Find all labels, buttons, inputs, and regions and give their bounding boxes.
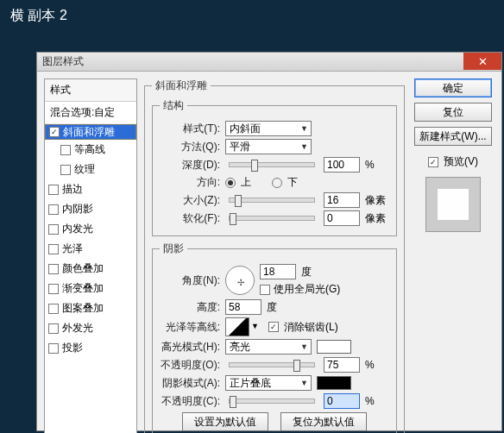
- chevron-down-icon: ▼: [300, 342, 308, 351]
- soften-label: 软化(F):: [160, 211, 220, 226]
- style-checkbox[interactable]: ✓: [49, 127, 60, 137]
- technique-select[interactable]: 平滑▼: [225, 139, 312, 154]
- angle-dial[interactable]: ✢: [225, 266, 255, 295]
- cancel-button[interactable]: 复位: [414, 103, 492, 122]
- style-item-label: 等高线: [74, 142, 105, 157]
- style-item-6[interactable]: 光泽: [45, 239, 136, 259]
- highlight-mode-select[interactable]: 亮光▼: [225, 339, 312, 355]
- style-item-11[interactable]: 投影: [45, 338, 136, 358]
- style-checkbox[interactable]: [48, 185, 59, 195]
- antialias-label: 消除锯齿(L): [284, 320, 338, 335]
- preview-swatch: [425, 177, 481, 232]
- shadow-opacity-input[interactable]: 0: [324, 393, 360, 409]
- shadow-mode-select[interactable]: 正片叠底▼: [225, 375, 312, 391]
- ok-button[interactable]: 确定: [414, 78, 492, 97]
- style-item-label: 颜色叠加: [62, 261, 104, 276]
- depth-slider[interactable]: [229, 162, 315, 167]
- shadow-opacity-label: 不透明度(C):: [160, 394, 220, 409]
- blend-options[interactable]: 混合选项:自定: [45, 102, 136, 124]
- structure-legend: 结构: [160, 98, 187, 113]
- close-button[interactable]: ✕: [463, 53, 501, 70]
- highlight-opacity-label: 不透明度(O):: [160, 358, 220, 373]
- global-light-label: 使用全局光(G): [274, 282, 340, 297]
- altitude-label: 高度:: [160, 300, 220, 315]
- soften-input[interactable]: 0: [324, 210, 360, 226]
- shadow-opacity-slider[interactable]: [229, 398, 315, 404]
- highlight-mode-label: 高光模式(H):: [160, 340, 220, 355]
- highlight-opacity-input[interactable]: 75: [324, 357, 360, 373]
- technique-label: 方法(Q):: [160, 140, 220, 154]
- style-item-2[interactable]: 纹理: [45, 160, 136, 179]
- style-checkbox[interactable]: [48, 204, 59, 215]
- center-panel: 斜面和浮雕 结构 样式(T): 内斜面▼ 方法(Q): 平滑▼ 深度(D): 1…: [144, 78, 405, 433]
- altitude-unit: 度: [267, 300, 277, 315]
- size-input[interactable]: 16: [324, 192, 360, 208]
- altitude-input[interactable]: 58: [225, 299, 261, 315]
- gloss-contour-label: 光泽等高线:: [160, 320, 220, 335]
- depth-input[interactable]: 100: [324, 157, 360, 173]
- style-item-7[interactable]: 颜色叠加: [45, 259, 136, 279]
- size-label: 大小(Z):: [160, 193, 220, 208]
- style-item-5[interactable]: 内发光: [45, 219, 136, 239]
- style-checkbox[interactable]: [48, 284, 59, 294]
- radio-up[interactable]: [225, 178, 236, 188]
- style-item-9[interactable]: 图案叠加: [45, 298, 136, 318]
- chevron-down-icon: ▼: [300, 142, 308, 151]
- soften-unit: 像素: [365, 211, 389, 226]
- shadow-mode-label: 阴影模式(A):: [160, 376, 220, 391]
- style-checkbox[interactable]: [48, 343, 59, 354]
- crosshair-icon: ✢: [237, 278, 244, 287]
- style-checkbox[interactable]: [48, 244, 59, 254]
- reset-default-button[interactable]: 复位为默认值: [280, 412, 367, 431]
- style-select[interactable]: 内斜面▼: [225, 121, 312, 136]
- shadow-color-swatch[interactable]: [317, 376, 351, 390]
- antialias-checkbox[interactable]: ✓: [268, 322, 279, 332]
- soften-slider[interactable]: [229, 216, 315, 221]
- style-checkbox[interactable]: [60, 165, 71, 175]
- highlight-color-swatch[interactable]: [317, 340, 351, 354]
- make-default-button[interactable]: 设置为默认值: [182, 412, 268, 431]
- angle-input[interactable]: 18: [260, 264, 296, 279]
- app-title: 横 副本 2: [0, 0, 504, 32]
- gloss-contour-picker[interactable]: ▼: [225, 317, 249, 336]
- style-item-label: 纹理: [74, 162, 95, 177]
- style-item-0[interactable]: ✓斜面和浮雕: [45, 124, 136, 140]
- direction-label: 方向:: [160, 175, 220, 190]
- preview-checkbox[interactable]: ✓: [428, 157, 438, 167]
- bevel-legend: 斜面和浮雕: [152, 78, 211, 93]
- style-item-label: 渐变叠加: [62, 281, 104, 296]
- dir-down-label: 下: [287, 175, 298, 190]
- highlight-opacity-unit: %: [365, 359, 389, 371]
- style-checkbox[interactable]: [48, 264, 59, 274]
- style-checkbox[interactable]: [48, 224, 59, 235]
- depth-unit: %: [365, 159, 389, 171]
- style-checkbox[interactable]: [48, 304, 59, 314]
- style-item-label: 内发光: [62, 222, 93, 236]
- style-checkbox[interactable]: [60, 145, 71, 155]
- depth-label: 深度(D):: [160, 158, 220, 173]
- style-item-10[interactable]: 外发光: [45, 318, 136, 338]
- global-light-checkbox[interactable]: [260, 285, 270, 295]
- style-item-8[interactable]: 渐变叠加: [45, 279, 136, 298]
- shadow-opacity-unit: %: [365, 395, 389, 407]
- chevron-down-icon: ▼: [300, 124, 308, 133]
- titlebar: 图层样式 ✕: [37, 53, 501, 72]
- style-item-1[interactable]: 等高线: [45, 140, 136, 160]
- chevron-down-icon: ▼: [251, 322, 259, 330]
- radio-down[interactable]: [272, 178, 282, 188]
- style-item-label: 图案叠加: [62, 301, 104, 316]
- dir-up-label: 上: [241, 175, 251, 190]
- chevron-down-icon: ▼: [300, 379, 308, 387]
- angle-label: 角度(N):: [160, 273, 220, 288]
- new-style-button[interactable]: 新建样式(W)...: [414, 127, 492, 146]
- style-item-4[interactable]: 内阴影: [45, 199, 136, 219]
- styles-panel: 样式 混合选项:自定 ✓斜面和浮雕等高线纹理描边内阴影内发光光泽颜色叠加渐变叠加…: [44, 78, 137, 433]
- style-item-3[interactable]: 描边: [45, 179, 136, 199]
- angle-unit: 度: [301, 265, 312, 279]
- style-item-label: 光泽: [62, 242, 83, 256]
- size-unit: 像素: [365, 193, 389, 208]
- style-item-label: 外发光: [62, 321, 93, 336]
- size-slider[interactable]: [229, 198, 315, 203]
- highlight-opacity-slider[interactable]: [229, 362, 315, 367]
- style-checkbox[interactable]: [48, 323, 59, 334]
